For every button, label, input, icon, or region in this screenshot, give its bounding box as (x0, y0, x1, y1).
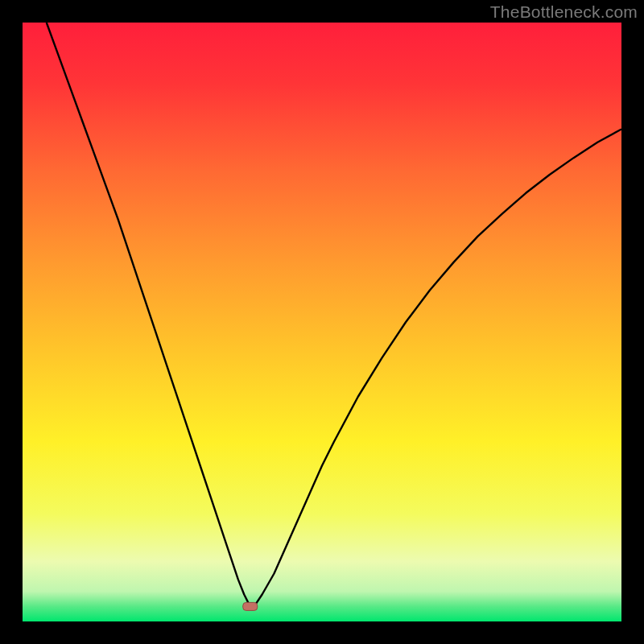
plot-area (23, 23, 621, 621)
chart-svg (23, 23, 621, 621)
optimum-marker (243, 602, 258, 610)
chart-frame: TheBottleneck.com (0, 0, 644, 644)
watermark-text: TheBottleneck.com (490, 2, 638, 22)
gradient-background (23, 23, 621, 621)
